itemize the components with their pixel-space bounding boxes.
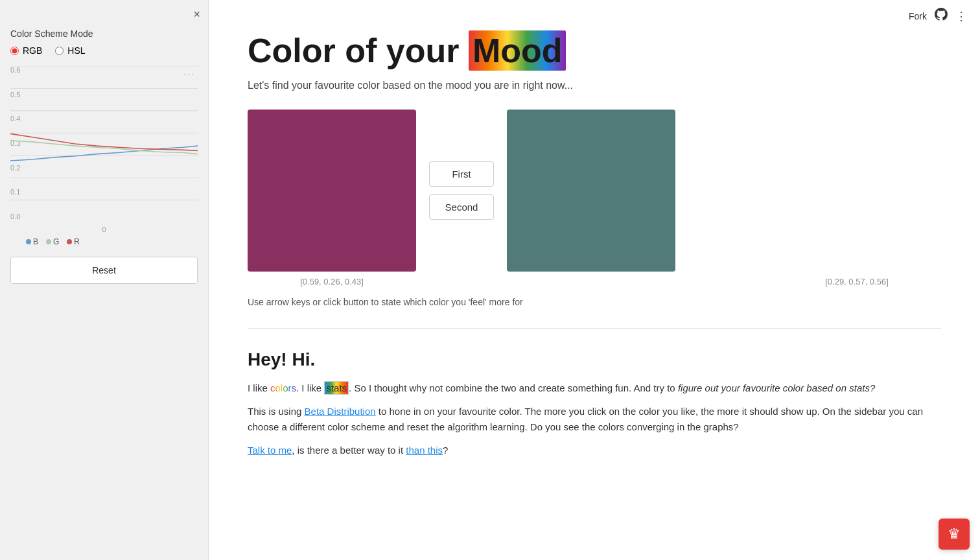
hsl-radio-label[interactable]: HSL — [55, 45, 85, 56]
color-comparison: First Second — [248, 110, 941, 272]
github-icon[interactable] — [935, 8, 948, 24]
reset-button[interactable]: Reset — [10, 257, 198, 284]
choice-buttons: First Second — [416, 161, 507, 220]
hsl-label: HSL — [67, 45, 85, 56]
sidebar: × Color Scheme Mode RGB HSL ··· 0.6 0.5 … — [0, 0, 209, 560]
beta-distribution-link[interactable]: Beta Distribution — [305, 406, 376, 417]
close-button[interactable]: × — [193, 8, 200, 21]
top-bar: Fork ⋮ — [896, 0, 980, 32]
fork-link[interactable]: Fork — [909, 11, 927, 21]
section-divider — [248, 328, 941, 329]
instruction-text: Use arrow keys or click button to state … — [248, 297, 941, 307]
about-title: Hey! Hi. — [248, 349, 941, 370]
about-para2: This is using Beta Distribution to hone … — [248, 404, 941, 435]
x-axis-label: 0 — [10, 226, 198, 233]
legend-b: B — [26, 237, 38, 246]
color-scheme-label: Color Scheme Mode — [10, 29, 198, 39]
second-button[interactable]: Second — [429, 194, 494, 220]
talk-to-me-link[interactable]: Talk to me — [248, 445, 292, 456]
color-scheme-radio-group: RGB HSL — [10, 45, 198, 56]
about-para3: Talk to me, is there a better way to it … — [248, 443, 941, 458]
colors-word: colors — [270, 382, 296, 393]
stats-word: stats — [324, 381, 349, 395]
italic-tagline: figure out your favourite color based on… — [678, 382, 875, 393]
color-swatch-left — [248, 110, 416, 272]
legend-r: R — [67, 237, 80, 246]
title-text: Color of your — [248, 32, 469, 69]
legend-g: G — [46, 237, 59, 246]
chart-area: ··· 0.6 0.5 0.4 0.3 0.2 0.1 0.0 — [10, 66, 198, 235]
subtitle-text: Let's find your favourite color based on… — [248, 80, 941, 91]
rgb-radio[interactable] — [10, 47, 19, 55]
app-title: Color of your Mood — [248, 32, 941, 69]
color-value-labels: [0.59, 0.26, 0.43] [0.29, 0.57, 0.56] — [248, 277, 941, 286]
rgb-label: RGB — [23, 45, 42, 56]
menu-dots-button[interactable]: ⋮ — [955, 9, 967, 23]
color-swatch-right — [507, 110, 675, 272]
chart-svg — [10, 66, 198, 222]
hsl-radio[interactable] — [55, 47, 64, 55]
rgb-radio-label[interactable]: RGB — [10, 45, 42, 56]
chart-legend: B G R — [10, 237, 198, 246]
first-button[interactable]: First — [429, 161, 494, 187]
color-value-right: [0.29, 0.57, 0.56] — [773, 277, 941, 286]
than-this-link[interactable]: than this — [406, 445, 443, 456]
about-para1: I like colors. I like stats. So I though… — [248, 380, 941, 396]
crown-button[interactable]: ♛ — [939, 519, 970, 550]
color-value-left: [0.59, 0.26, 0.43] — [248, 277, 416, 286]
mood-word: Mood — [469, 30, 566, 71]
main-content: Fork ⋮ Color of your Mood Let's find you… — [209, 0, 980, 560]
